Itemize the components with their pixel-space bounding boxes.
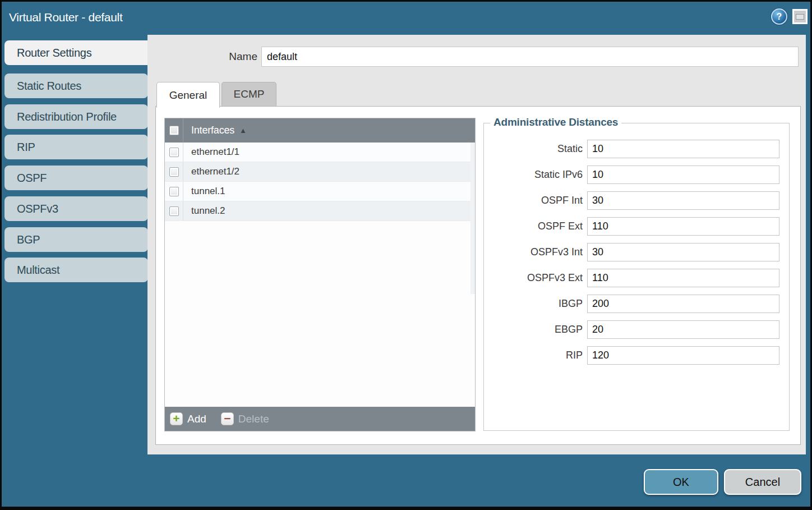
delete-label: Delete: [238, 413, 269, 425]
general-tab-panel: Interfaces ▲ ethernet1/1 ethernet1/2 tun…: [155, 106, 801, 445]
field-row-static: Static: [484, 140, 789, 158]
interface-name: ethernet1/2: [191, 166, 239, 177]
ospfv3-int-distance-input[interactable]: [587, 243, 779, 261]
field-label: OSPF Int: [484, 195, 587, 206]
add-plus-icon: +: [170, 412, 183, 425]
ebgp-distance-input[interactable]: [587, 320, 779, 339]
row-checkbox[interactable]: [169, 167, 179, 177]
field-label: RIP: [484, 350, 587, 361]
field-row-ibgp: IBGP: [484, 295, 789, 313]
sidebar-item-ospfv3[interactable]: OSPFv3: [4, 196, 148, 221]
virtual-router-dialog: Virtual Router - default ? Router Settin…: [2, 2, 810, 507]
tab-ecmp[interactable]: ECMP: [222, 82, 276, 106]
help-icon[interactable]: ?: [771, 8, 787, 25]
tab-general[interactable]: General: [156, 82, 220, 108]
delete-button[interactable]: − Delete: [221, 412, 269, 425]
field-label: Static IPv6: [484, 169, 587, 181]
add-label: Add: [187, 413, 206, 425]
ospf-ext-distance-input[interactable]: [587, 217, 779, 236]
field-row-ospfv3-int: OSPFv3 Int: [484, 243, 789, 261]
help-glyph: ?: [777, 12, 782, 22]
interfaces-toolbar: + Add − Delete: [165, 407, 475, 431]
delete-minus-icon: −: [221, 412, 234, 425]
field-row-ebgp: EBGP: [484, 320, 789, 339]
minimize-icon[interactable]: [792, 9, 808, 24]
interface-name: tunnel.2: [191, 205, 225, 217]
interface-name: ethernet1/1: [191, 146, 239, 158]
field-row-ospf-int: OSPF Int: [484, 191, 789, 210]
cancel-button[interactable]: Cancel: [724, 469, 801, 495]
interfaces-rows: ethernet1/1 ethernet1/2 tunnel.1 tunnel.…: [165, 143, 475, 407]
interfaces-table-header[interactable]: Interfaces ▲: [165, 118, 475, 143]
interface-name: tunnel.1: [191, 186, 225, 197]
sidebar-item-ospf[interactable]: OSPF: [4, 166, 148, 190]
row-checkbox[interactable]: [169, 148, 179, 157]
name-label: Name: [172, 50, 257, 63]
sidebar-item-redistribution-profile[interactable]: Redistribution Profile: [4, 104, 148, 129]
field-row-static-ipv6: Static IPv6: [484, 166, 789, 184]
field-label: EBGP: [484, 324, 587, 336]
field-row-ospf-ext: OSPF Ext: [484, 217, 789, 236]
administrative-distances-fieldset: Administrative Distances Static Static I…: [483, 123, 790, 431]
titlebar: Virtual Router - default ?: [2, 2, 810, 35]
sidebar-item-static-routes[interactable]: Static Routes: [4, 73, 148, 98]
static-distance-input[interactable]: [587, 140, 779, 158]
dialog-title: Virtual Router - default: [9, 11, 123, 24]
minimize-glyph: [796, 14, 804, 20]
field-row-ospfv3-ext: OSPFv3 Ext: [484, 269, 789, 287]
field-label: OSPF Ext: [484, 220, 587, 232]
interfaces-column-header: Interfaces: [191, 125, 234, 136]
field-label: OSPFv3 Int: [484, 246, 587, 258]
table-row[interactable]: tunnel.1: [165, 182, 475, 201]
ok-button[interactable]: OK: [644, 469, 718, 495]
table-row[interactable]: ethernet1/2: [165, 162, 475, 182]
row-checkbox[interactable]: [169, 206, 179, 216]
add-button[interactable]: + Add: [170, 412, 206, 425]
fieldset-legend: Administrative Distances: [490, 116, 621, 128]
table-row[interactable]: ethernet1/1: [165, 143, 475, 162]
row-checkbox[interactable]: [169, 187, 179, 196]
rip-distance-input[interactable]: [587, 346, 779, 365]
sidebar-item-multicast[interactable]: Multicast: [4, 258, 148, 282]
ospf-int-distance-input[interactable]: [587, 191, 779, 210]
ibgp-distance-input[interactable]: [587, 295, 779, 313]
field-label: Static: [484, 143, 587, 155]
name-input[interactable]: [261, 47, 799, 67]
table-scrollbar[interactable]: [470, 143, 475, 294]
interfaces-table: Interfaces ▲ ethernet1/1 ethernet1/2 tun…: [164, 118, 476, 431]
select-all-checkbox[interactable]: [169, 126, 179, 135]
sidebar-item-bgp[interactable]: BGP: [4, 227, 148, 252]
field-label: IBGP: [484, 298, 587, 310]
field-row-rip: RIP: [484, 346, 789, 365]
field-label: OSPFv3 Ext: [484, 272, 587, 284]
ospfv3-ext-distance-input[interactable]: [587, 269, 779, 287]
sidebar-item-router-settings[interactable]: Router Settings: [4, 40, 149, 65]
static-ipv6-distance-input[interactable]: [587, 166, 779, 184]
sort-ascending-icon: ▲: [239, 126, 247, 135]
sidebar-item-rip[interactable]: RIP: [4, 135, 148, 159]
table-row[interactable]: tunnel.2: [165, 201, 475, 221]
